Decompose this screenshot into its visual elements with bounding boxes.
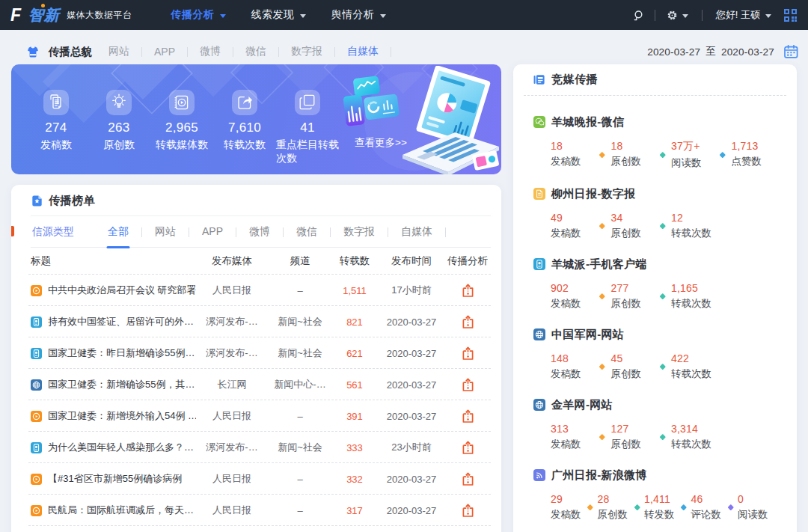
weibo-icon: [533, 469, 545, 481]
media-stat: 18 原创数: [611, 140, 654, 170]
media-head[interactable]: 金羊网-网站: [533, 397, 779, 413]
main-nav: 传播分析线索发现舆情分析: [171, 8, 411, 22]
settings-button[interactable]: [667, 10, 688, 21]
banner-stat: 2,965 转载媒体数: [150, 90, 213, 165]
column-header-media: 发布媒体: [196, 254, 268, 268]
source-type-label[interactable]: 信源类型: [32, 225, 74, 239]
media-stat: 29 发稿数: [551, 493, 583, 522]
subnav-item-5[interactable]: 自媒体: [335, 45, 391, 58]
article-title[interactable]: 民航局：国际航班调减后，每天…: [48, 504, 194, 517]
topnav-right: 您好! 王硕: [632, 8, 798, 22]
media-stat-value: 902: [551, 282, 593, 294]
media-head[interactable]: 广州日报-新浪微博: [533, 467, 779, 483]
subnav-item-3[interactable]: 微信: [233, 45, 278, 58]
subnav-item-overview[interactable]: 传播总貌: [49, 45, 92, 59]
analysis-cell[interactable]: [446, 377, 489, 391]
subnav-item-2[interactable]: 微博: [188, 45, 233, 58]
competitors-card-icon: [533, 73, 545, 86]
media-stat-value: 313: [551, 423, 593, 435]
media-head[interactable]: 柳州日报-数字报: [533, 186, 779, 202]
topnav-item-2[interactable]: 舆情分析: [331, 8, 386, 22]
article-title[interactable]: 中共中央政治局召开会议 研究部署: [48, 284, 196, 297]
article-title[interactable]: 国家卫健委：新增确诊55例，其…: [48, 378, 195, 391]
stat-value: 274: [45, 120, 67, 135]
media-head[interactable]: 羊城晚报-微信: [533, 114, 779, 130]
publish-media-cell: 人民日报: [196, 284, 268, 297]
rank-tab-5[interactable]: 数字报: [331, 216, 388, 248]
article-title-cell: 中共中央政治局召开会议 研究部署: [31, 284, 196, 297]
rank-tab-3[interactable]: 微博: [236, 216, 283, 248]
rank-tab-0[interactable]: 全部: [95, 216, 141, 248]
analysis-cell[interactable]: [446, 440, 489, 454]
repost-count-cell: 821: [332, 317, 377, 328]
copy-icon: [295, 90, 320, 115]
subnav-item-4[interactable]: 数字报: [279, 45, 334, 58]
subnav-item-1[interactable]: APP: [142, 46, 187, 58]
rank-tab-6[interactable]: 自媒体: [388, 216, 445, 248]
stat-tile: [232, 90, 257, 115]
media-head[interactable]: 羊城派-手机客户端: [533, 256, 779, 272]
media-stat-label: 转载次数: [671, 227, 714, 240]
date-end[interactable]: 2020-03-27: [721, 46, 774, 58]
article-title[interactable]: 持有效中国签证、居留许可的外…: [48, 315, 194, 328]
user-menu[interactable]: 您好! 王硕: [716, 8, 771, 22]
rank-tab-2[interactable]: APP: [189, 216, 236, 248]
media-stat-value: 0: [738, 493, 770, 505]
publish-time-cell: 23小时前: [377, 441, 446, 454]
table-row: 为什么美国年轻人感染那么多？… 漯河发布-… 新闻~社会 333 23小时前: [11, 432, 501, 463]
rank-tab-4[interactable]: 微信: [284, 216, 330, 248]
analysis-cell[interactable]: [446, 503, 489, 517]
stat-value: 41: [300, 120, 315, 135]
topnav-item-0[interactable]: 传播分析: [171, 8, 226, 22]
brand-logo[interactable]: F 智新 媒体大数据平台: [10, 5, 132, 25]
media-stats: 313 发稿数 127 原创数 3,314 转载次数: [551, 423, 779, 451]
sub-navbar: 传播总貌 网站APP微博微信数字报自媒体 2020-03-27 至 2020-0…: [0, 30, 808, 64]
analysis-cell[interactable]: [446, 283, 489, 297]
publish-media-cell: 漯河发布-…: [196, 315, 268, 328]
media-head[interactable]: 中国军网-网站: [533, 326, 779, 343]
diamond-separator: [720, 152, 726, 158]
media-stat: 1,165 转载次数: [671, 282, 714, 311]
media-stat-value: 127: [611, 423, 654, 435]
channel-cell: 新闻中心-…: [268, 378, 332, 391]
media-stat: 1,411 转发数: [644, 493, 676, 522]
date-range-picker[interactable]: 2020-03-27 至 2020-03-27: [647, 45, 798, 58]
repost-count-cell: 391: [332, 411, 377, 422]
divider: [445, 227, 446, 237]
stat-value: 2,965: [165, 120, 198, 135]
diamond-separator: [659, 293, 665, 299]
page: F 智新 媒体大数据平台 传播分析线索发现舆情分析 您好! 王硕 传播总貌 网站…: [0, 0, 808, 532]
diamond-separator: [599, 434, 605, 440]
analysis-cell[interactable]: [446, 314, 489, 328]
media-stat-label: 原创数: [611, 155, 654, 168]
diamond-separator: [681, 504, 687, 510]
table-row: 民航局：国际航班调减后，每天… 人民日报 – 317 2020-03-27: [11, 495, 501, 526]
media-stat-value: 1,713: [732, 140, 774, 152]
analysis-cell[interactable]: [446, 471, 489, 486]
topnav-item-1[interactable]: 线索发现: [251, 8, 306, 22]
app-source-icon: [31, 317, 42, 328]
qr-code-button[interactable]: [783, 8, 798, 22]
media-stat-value: 3,314: [671, 423, 714, 435]
article-title[interactable]: 【#31省区市新增55例确诊病例: [48, 472, 182, 486]
stat-value: 263: [108, 120, 129, 135]
stat-label: 发稿数: [40, 138, 72, 151]
search-button[interactable]: [632, 10, 643, 21]
banner-stat: 41 重点栏目转载次数: [276, 90, 339, 165]
article-title[interactable]: 国家卫健委：新增境外输入54例 …: [48, 409, 196, 423]
article-title[interactable]: 为什么美国年轻人感染那么多？…: [48, 441, 194, 454]
media-stat-value: 18: [551, 140, 593, 152]
media-stat-value: 34: [611, 212, 654, 224]
subnav-item-0[interactable]: 网站: [97, 45, 141, 58]
media-stat: 148 发稿数: [551, 352, 593, 381]
date-start[interactable]: 2020-03-27: [647, 46, 700, 58]
repost-count-cell: 332: [332, 474, 377, 485]
publish-media-cell: 漯河发布-…: [196, 441, 268, 454]
analysis-share-icon: [461, 409, 475, 424]
topnav-item-label: 线索发现: [251, 8, 295, 22]
rank-tab-1[interactable]: 网站: [142, 216, 189, 248]
column-header-count: 转载数: [332, 254, 377, 268]
analysis-cell[interactable]: [446, 409, 489, 423]
article-title[interactable]: 国家卫健委：昨日新增确诊55例…: [48, 346, 195, 360]
analysis-cell[interactable]: [446, 346, 489, 360]
